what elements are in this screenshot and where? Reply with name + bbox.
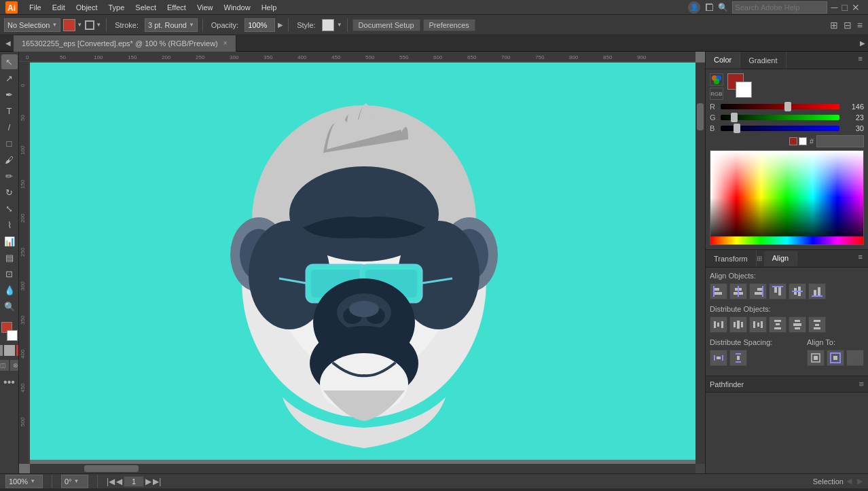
stroke-color[interactable] (85, 20, 94, 30)
eyedropper-tool[interactable]: 💧 (1, 283, 18, 297)
type-tool[interactable]: T (1, 103, 18, 118)
align-left-icon[interactable]: ⊞ (829, 18, 839, 32)
stroke-caret[interactable]: ▼ (96, 22, 101, 28)
page-input[interactable] (124, 476, 144, 487)
dist-space-v-btn[interactable] (729, 350, 747, 366)
draw-behind[interactable] (4, 345, 15, 356)
align-right-btn[interactable] (749, 283, 767, 299)
menu-type[interactable]: Type (104, 2, 130, 13)
draw-normal[interactable] (0, 345, 3, 356)
menu-select[interactable]: Select (130, 2, 161, 13)
align-panel-options[interactable]: ≡ (853, 250, 868, 267)
menu-window[interactable]: Window (219, 2, 255, 13)
align-bottom-btn[interactable] (808, 283, 826, 299)
b-slider[interactable] (721, 126, 839, 131)
view-toggle[interactable]: ⊗ (10, 360, 20, 371)
panel-icon[interactable]: ⊟ (842, 18, 853, 32)
scale-tool[interactable]: ⤡ (1, 201, 18, 216)
pencil-tool[interactable]: ✏ (1, 168, 18, 183)
align-center-h-btn[interactable] (729, 283, 747, 299)
maximize-btn[interactable]: □ (842, 2, 848, 13)
dist-center-v-btn[interactable] (789, 316, 806, 333)
g-slider[interactable] (721, 115, 839, 120)
search-btn[interactable]: 🔍 (718, 3, 728, 12)
align-center-v-btn[interactable] (789, 283, 806, 299)
align-to-key-btn[interactable] (846, 350, 864, 366)
document-tab[interactable]: 165302255_eps [Converted].eps* @ 100 % (… (14, 35, 236, 52)
menu-edit[interactable]: Edit (48, 2, 70, 13)
status-arrow-right[interactable]: ▶ (857, 477, 863, 486)
menu-view[interactable]: View (192, 2, 218, 13)
pathfinder-options[interactable]: ≡ (858, 379, 864, 389)
warp-tool[interactable]: ⌇ (1, 217, 18, 232)
rgb-icon[interactable]: RGB (710, 88, 723, 100)
color-gradient-picker[interactable] (710, 150, 864, 245)
menu-effect[interactable]: Effect (162, 2, 191, 13)
dist-left-btn[interactable] (710, 316, 727, 333)
align-to-artboard-btn[interactable] (827, 350, 844, 366)
prev-page-btn[interactable]: ◀ (116, 477, 122, 486)
close-btn[interactable]: ✕ (852, 2, 860, 13)
search-input[interactable] (732, 1, 827, 14)
horizontal-scroll-thumb[interactable] (84, 465, 139, 472)
fill-caret[interactable]: ▼ (77, 22, 82, 28)
bg-color-swatch[interactable] (736, 81, 752, 98)
paintbrush-tool[interactable]: 🖌 (1, 152, 18, 167)
zoom-tool[interactable]: 🔍 (1, 299, 18, 314)
preferences-btn[interactable]: Preferences (423, 19, 475, 31)
panel-toggle-left[interactable]: ◀ (5, 39, 11, 47)
dist-bottom-btn[interactable] (808, 316, 826, 333)
menu-object[interactable]: Object (71, 2, 103, 13)
align-top-btn[interactable] (769, 283, 786, 299)
color-tab[interactable]: Color (706, 52, 740, 69)
change-screen[interactable]: ◫ (0, 360, 9, 371)
opacity-arrow[interactable]: ▶ (278, 21, 283, 29)
last-page-btn[interactable]: ▶| (153, 477, 161, 486)
cmyk-icon[interactable] (710, 73, 723, 86)
dist-top-btn[interactable] (769, 316, 786, 333)
selection-tool[interactable]: ↖ (1, 54, 18, 69)
user-icon[interactable]: 👤 (688, 1, 700, 14)
align-left-btn[interactable] (710, 283, 727, 299)
tab-close-btn[interactable]: × (223, 39, 228, 47)
fill-color[interactable] (63, 19, 75, 31)
stroke-width-dropdown[interactable]: 3 pt. Round ▼ (145, 18, 198, 32)
selection-dropdown[interactable]: No Selection ▼ (4, 18, 60, 32)
menu-file[interactable]: File (24, 2, 46, 13)
dist-space-h-btn[interactable] (710, 350, 727, 366)
vertical-scrollbar[interactable] (695, 62, 705, 464)
background-swatch[interactable] (7, 330, 18, 341)
artboard-tool[interactable]: ⊡ (1, 266, 18, 281)
rect-tool[interactable]: □ (1, 136, 18, 151)
column-graph-tool[interactable]: ▤ (1, 250, 18, 265)
menu-help[interactable]: Help (257, 2, 282, 13)
hex-input[interactable]: 92171e (816, 135, 864, 147)
more-tools[interactable]: ••• (3, 376, 15, 388)
color-panel-options[interactable]: ≡ (853, 52, 868, 69)
gradient-tab[interactable]: Gradient (740, 52, 786, 69)
document-setup-btn[interactable]: Document Setup (352, 19, 420, 31)
transform-tab[interactable]: Transform (706, 250, 757, 267)
rotation-dropdown[interactable]: 0° ▼ (61, 475, 88, 488)
dist-center-h-btn[interactable] (729, 316, 747, 333)
pen-tool[interactable]: ✒ (1, 87, 18, 102)
tab-right-arrow[interactable]: ▶ (857, 39, 868, 47)
dist-right-btn[interactable] (749, 316, 767, 333)
opacity-input[interactable] (245, 18, 275, 32)
zoom-dropdown[interactable]: 100% ▼ (5, 475, 43, 488)
align-tab[interactable]: Align (764, 251, 797, 266)
align-to-selection-btn[interactable] (807, 350, 825, 366)
vertical-scroll-thumb[interactable] (697, 103, 704, 130)
first-page-btn[interactable]: |◀ (107, 477, 115, 486)
horizontal-scrollbar[interactable] (30, 464, 695, 473)
r-slider[interactable] (721, 104, 839, 109)
status-arrow-left[interactable]: ◀ (846, 477, 852, 486)
rotate-tool[interactable]: ↻ (1, 185, 18, 200)
style-caret[interactable]: ▼ (337, 22, 342, 28)
window-btn[interactable]: ⧠ (704, 2, 714, 13)
minimize-btn[interactable]: ─ (831, 2, 838, 13)
graph-tool[interactable]: 📊 (1, 234, 18, 249)
next-page-btn[interactable]: ▶ (145, 477, 151, 486)
options-icon[interactable]: ≡ (856, 18, 864, 32)
style-swatch[interactable] (322, 19, 334, 31)
